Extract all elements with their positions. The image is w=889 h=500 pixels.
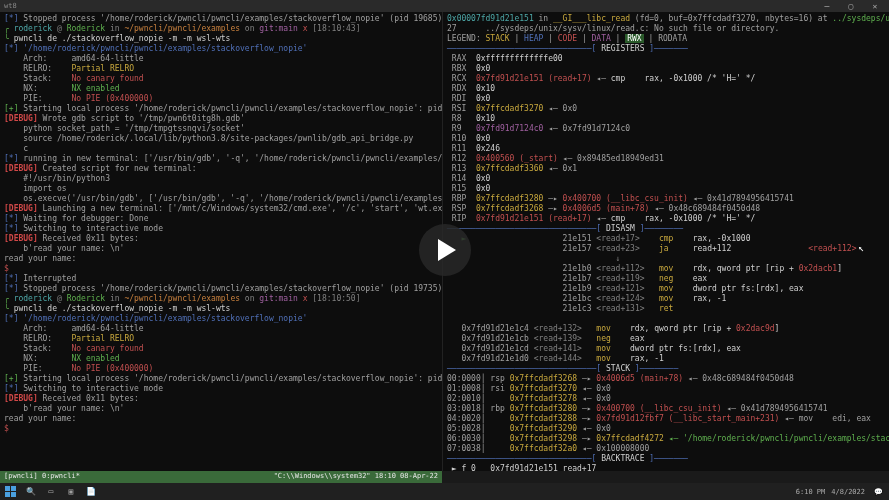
left-pane[interactable]: [*] Stopped process '/home/roderick/pwnc…: [0, 12, 442, 471]
close-button[interactable]: ✕: [865, 1, 885, 11]
svg-rect-3: [11, 492, 16, 497]
tray-clock-time[interactable]: 6:10 PM: [796, 488, 826, 496]
terminal-app-icon[interactable]: ▣: [64, 485, 78, 499]
tray-clock-date[interactable]: 4/8/2022: [831, 488, 865, 496]
right-pane-status: [442, 471, 889, 483]
maximize-button[interactable]: ▢: [841, 1, 861, 11]
window-titlebar: wt8 ─ ▢ ✕: [0, 0, 889, 12]
window-tab[interactable]: wt8: [4, 2, 17, 10]
right-pane[interactable]: 0x00007fd91d21e151 in __GI___libc_read (…: [442, 12, 889, 471]
start-button[interactable]: [4, 485, 18, 499]
search-icon[interactable]: 🔍: [24, 485, 38, 499]
windows-taskbar: 🔍 ▭ ▣ 📄 6:10 PM 4/8/2022 💬: [0, 483, 889, 500]
svg-rect-0: [5, 486, 10, 491]
svg-rect-2: [5, 492, 10, 497]
minimize-button[interactable]: ─: [817, 1, 837, 11]
tmux-session: [pwncli] 0:pwncli*: [4, 472, 80, 482]
video-play-button[interactable]: [419, 224, 471, 276]
svg-rect-1: [11, 486, 16, 491]
play-icon: [438, 239, 456, 261]
notification-icon[interactable]: 💬: [871, 485, 885, 499]
tmux-status-right-text: "C:\\Windows\\system32" 18:10 08-Apr-22: [274, 472, 438, 482]
status-bar-row: [pwncli] 0:pwncli* "C:\\Windows\\system3…: [0, 471, 889, 483]
file-icon[interactable]: 📄: [84, 485, 98, 499]
mouse-cursor-icon: ↖: [858, 242, 864, 253]
task-view-icon[interactable]: ▭: [44, 485, 58, 499]
tmux-status-left: [pwncli] 0:pwncli* "C:\\Windows\\system3…: [0, 471, 442, 483]
